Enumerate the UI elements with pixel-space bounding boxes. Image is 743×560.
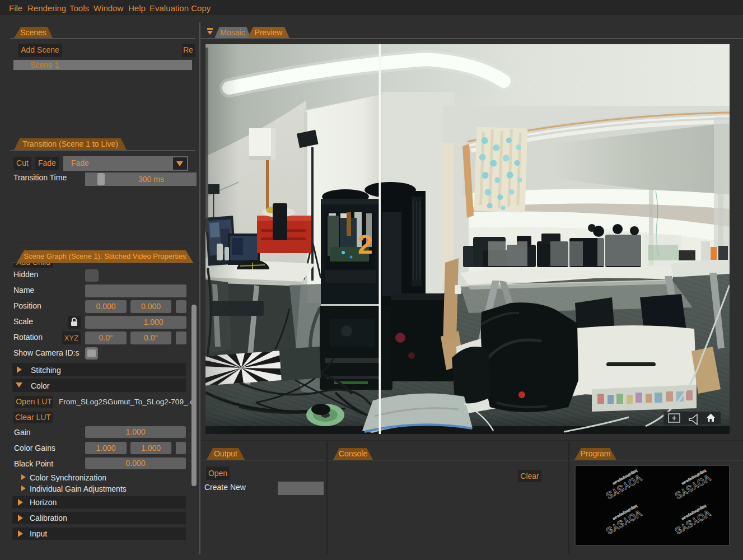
svg-text:2: 2 [358, 230, 373, 259]
